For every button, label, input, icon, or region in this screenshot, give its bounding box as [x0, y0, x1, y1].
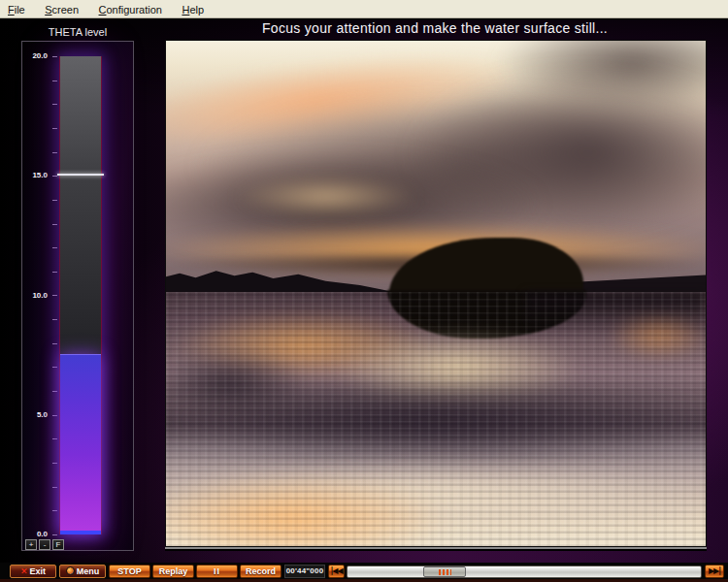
menu-configuration[interactable]: Configuration: [91, 2, 170, 16]
menu-label: Menu: [77, 566, 100, 576]
rewind-button[interactable]: |◀◀: [328, 565, 345, 578]
gauge-tick-10: 10.0: [22, 291, 48, 301]
gauge-title: THETA level: [21, 26, 134, 38]
gauge-track: [59, 56, 102, 534]
skip-to-end-button[interactable]: ▶▶|: [705, 565, 724, 578]
gauge-tick-5: 5.0: [22, 410, 48, 420]
main-background: THETA level 20.0 15.0 10.0 5.0 0.0 + - F…: [0, 19, 728, 563]
scene-water: [166, 292, 706, 546]
gauge-fill: [60, 354, 101, 534]
bottom-toolbar: ✕Exit Menu STOP Replay II Record 00'44"0…: [0, 563, 728, 582]
scene-ripples: [166, 292, 706, 546]
application-window: File Screen Configuration Help THETA lev…: [0, 0, 728, 582]
gauge-tick-15: 15.0: [22, 171, 48, 180]
feedback-image: [165, 40, 707, 547]
gauge-tick-20: 20.0: [22, 51, 48, 61]
pause-button[interactable]: II: [196, 565, 238, 578]
seek-thumb[interactable]: [423, 566, 466, 577]
menu-sphere-icon: [66, 566, 75, 575]
menu-screen[interactable]: Screen: [37, 2, 86, 16]
replay-button[interactable]: Replay: [152, 565, 194, 578]
menu-button[interactable]: Menu: [59, 565, 106, 578]
menu-help[interactable]: Help: [174, 2, 212, 16]
gauge-minus-button[interactable]: -: [39, 539, 50, 550]
gauge-plus-button[interactable]: +: [25, 539, 37, 550]
timer-display: 00'44"000: [284, 565, 325, 578]
gauge-adjust-buttons: + - F: [25, 539, 64, 550]
gauge-f-button[interactable]: F: [52, 539, 64, 550]
gauge-threshold-line: [57, 174, 104, 176]
scene-cloud-bright-gap: [234, 177, 418, 217]
instruction-text: Focus your attention and make the water …: [165, 20, 705, 36]
stop-button[interactable]: STOP: [109, 565, 150, 578]
gauge-tick-0: 0.0: [22, 530, 48, 539]
exit-x-icon: ✕: [20, 566, 28, 576]
record-button[interactable]: Record: [240, 565, 281, 578]
seek-bar[interactable]: [347, 566, 702, 578]
seek-thumb-grip-icon: [439, 569, 451, 575]
exit-button[interactable]: ✕Exit: [10, 565, 56, 578]
menu-bar: File Screen Configuration Help: [0, 0, 728, 18]
exit-label: Exit: [30, 566, 47, 576]
menu-file[interactable]: File: [0, 2, 33, 16]
gauge-minor-ticks: [52, 56, 57, 535]
theta-gauge-panel: 20.0 15.0 10.0 5.0 0.0 + - F: [21, 41, 134, 551]
